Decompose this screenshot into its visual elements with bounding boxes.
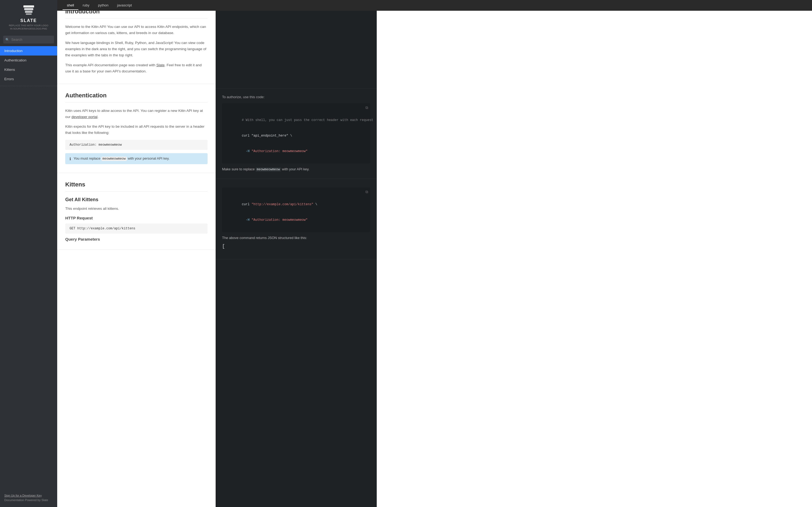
logo-text: SLATE — [3, 18, 54, 23]
intro-p3-prefix: This example API documentation page was … — [65, 63, 156, 67]
svg-rect-1 — [24, 8, 33, 10]
code-auth-section: To authorize, use this code: ⧉ # With sh… — [216, 89, 377, 179]
auth-p1-suffix: . — [97, 115, 99, 119]
footer-powered-by: Documentation Powered by Slate — [4, 498, 48, 502]
sidebar-logo: SLATE REPLACE THIS WITH YOUR LOGOIN SOUR… — [0, 0, 57, 33]
kittens-note: The above command returns JSON structure… — [222, 235, 370, 241]
logo-subtitle: REPLACE THIS WITH YOUR LOGOIN SOURCE/IMA… — [3, 24, 54, 30]
code-intro-section — [216, 0, 377, 89]
nav-divider — [0, 86, 57, 86]
info-text-suffix: with your personal API key. — [127, 156, 169, 160]
copy-kittens-button[interactable]: ⧉ — [365, 190, 368, 194]
kittens-curl-2-val: "Authorization: meowmeowmeow" — [252, 218, 308, 222]
intro-p2: We have language bindings in Shell, Ruby… — [65, 40, 208, 58]
tab-ruby[interactable]: ruby — [79, 1, 94, 10]
slate-link[interactable]: Slate — [156, 63, 165, 67]
authentication-section: Authentication Kittn uses API keys to al… — [57, 84, 216, 173]
developer-portal-link[interactable]: developer portal — [71, 115, 97, 119]
sidebar-item-errors[interactable]: Errors — [0, 74, 57, 84]
note-prefix: Make sure to replace — [222, 167, 256, 171]
sidebar-footer: Sign Up for a Developer Key Documentatio… — [0, 489, 57, 507]
sidebar-nav: Introduction Authentication Kittens Erro… — [0, 46, 57, 84]
search-container — [0, 33, 57, 46]
info-box: ℹ You must replace meowmeowmeow with you… — [65, 153, 208, 164]
svg-rect-3 — [26, 13, 32, 15]
logo-icon — [3, 5, 54, 17]
auth-comment: # With shell, you can just pass the corr… — [242, 118, 373, 122]
code-panel: To authorize, use this code: ⧉ # With sh… — [216, 0, 377, 507]
code-kittens-block: ⧉ curl "http://example.com/api/kittens" … — [222, 187, 370, 232]
code-auth-label: To authorize, use this code: — [222, 95, 370, 99]
dev-key-link[interactable]: Sign Up for a Developer Key — [4, 494, 42, 497]
auth-curl-2-flag: -H — [242, 150, 252, 153]
sidebar-item-authentication[interactable]: Authentication — [0, 56, 57, 65]
kittens-curl-1-slash: \ — [313, 203, 317, 206]
json-open-bracket: [ — [222, 241, 370, 251]
note-suffix: with your API key. — [281, 167, 309, 171]
code-kittens-section: ⧉ curl "http://example.com/api/kittens" … — [216, 179, 377, 260]
tab-python[interactable]: python — [94, 1, 113, 10]
get-all-desc: This endpoint retrieves all kittens. — [65, 206, 208, 212]
code-auth-block: ⧉ # With shell, you can just pass the co… — [222, 103, 370, 163]
introduction-section: Introduction Welcome to the Kittn API! Y… — [57, 0, 216, 84]
svg-rect-0 — [23, 5, 34, 7]
info-inline-code: meowmeowmeow — [101, 157, 127, 161]
auth-code-block: Authorization: meowmeowmeow — [65, 140, 208, 150]
sidebar: SLATE REPLACE THIS WITH YOUR LOGOIN SOUR… — [0, 0, 57, 507]
info-icon: ℹ — [69, 157, 71, 161]
auth-p1: Kittn uses API keys to allow access to t… — [65, 108, 208, 120]
info-text: You must replace meowmeowmeow with your … — [73, 156, 169, 161]
kittens-curl-2-flag: -H — [242, 218, 252, 222]
auth-p2: Kittn expects for the API key to be incl… — [65, 124, 208, 136]
tab-javascript[interactable]: javascript — [113, 1, 136, 10]
authentication-title: Authentication — [65, 92, 208, 103]
language-tabs: shell ruby python javascript — [57, 0, 812, 11]
copy-auth-button[interactable]: ⧉ — [365, 105, 368, 110]
intro-p3: This example API documentation page was … — [65, 62, 208, 74]
tab-shell[interactable]: shell — [62, 1, 79, 10]
http-request-code: GET http://example.com/api/kittens — [65, 223, 208, 234]
note-code: meowmeowmeow — [256, 167, 281, 172]
info-text-prefix: You must replace — [73, 156, 101, 160]
auth-curl-1: curl "api_endpoint_here" \ — [242, 134, 292, 137]
get-all-kittens-title: Get All Kittens — [65, 197, 208, 203]
main-content: Introduction Welcome to the Kittn API! Y… — [57, 0, 812, 507]
kittens-title: Kittens — [65, 181, 208, 191]
auth-curl-2-val: "Authorization: meowmeowmeow" — [252, 150, 308, 153]
search-wrapper — [3, 36, 54, 44]
code-auth-note: Make sure to replace meowmeowmeow with y… — [222, 167, 370, 172]
doc-panel: Introduction Welcome to the Kittn API! Y… — [57, 0, 216, 507]
sidebar-item-kittens[interactable]: Kittens — [0, 65, 57, 74]
search-input[interactable] — [3, 36, 54, 44]
svg-rect-2 — [25, 11, 33, 13]
kittens-section: Kittens Get All Kittens This endpoint re… — [57, 173, 216, 250]
kittens-curl-1-url: "http://example.com/api/kittens" — [252, 203, 313, 206]
http-request-title: HTTP Request — [65, 216, 208, 220]
query-params-title: Query Parameters — [65, 237, 208, 241]
kittens-curl-1-cmd: curl — [242, 203, 252, 206]
sidebar-item-introduction[interactable]: Introduction — [0, 46, 57, 56]
intro-p1: Welcome to the Kittn API! You can use ou… — [65, 24, 208, 36]
